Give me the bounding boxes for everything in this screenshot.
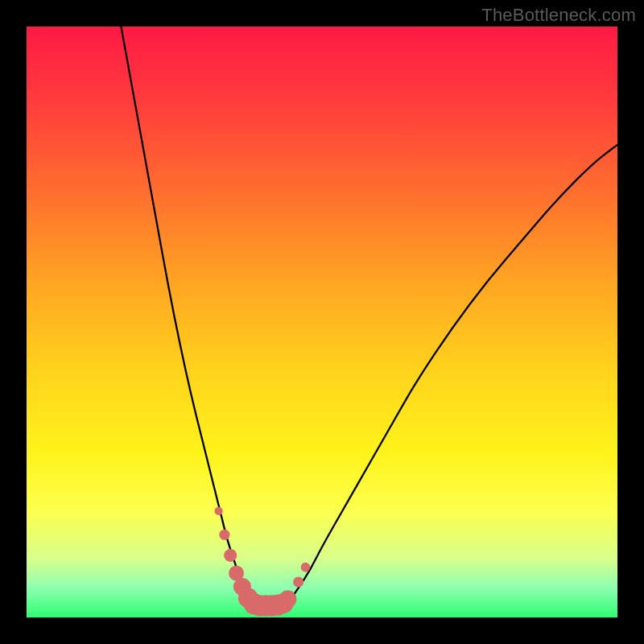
chart-svg — [27, 27, 617, 617]
bottleneck-curve — [121, 27, 617, 605]
data-marker — [219, 530, 229, 540]
data-marker — [293, 576, 303, 587]
data-marker — [214, 507, 222, 515]
outer-frame: TheBottleneck.com — [0, 0, 644, 644]
chart-markers-group — [214, 507, 310, 617]
chart-plot-area — [27, 27, 617, 617]
data-marker — [301, 563, 311, 572]
data-marker — [279, 590, 296, 608]
data-marker — [224, 549, 237, 562]
watermark-text: TheBottleneck.com — [481, 5, 636, 26]
chart-curve-group — [121, 27, 617, 605]
